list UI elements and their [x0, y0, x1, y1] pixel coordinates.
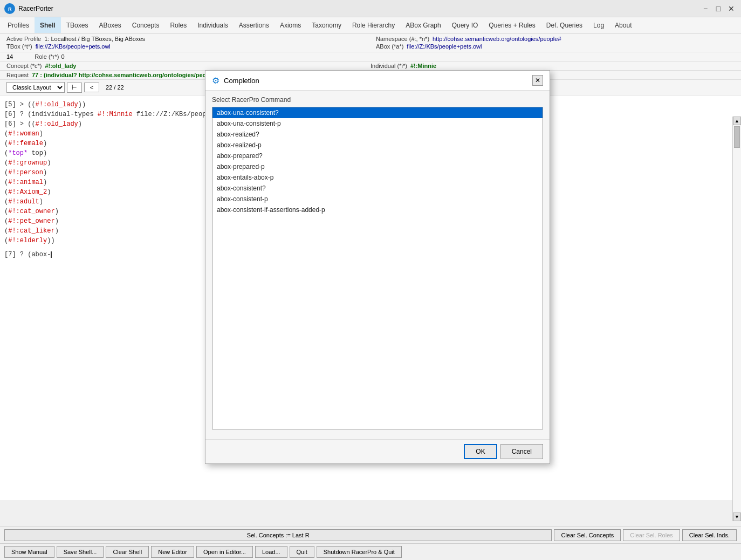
svg-text:R: R [8, 6, 12, 12]
menu-item-queries-rules[interactable]: Queries + Rules [483, 17, 540, 33]
command-item-1[interactable]: abox-una-consistent-p [212, 118, 543, 129]
abox-row: ABox (*a*) file://Z:/KBs/people+pets.owl [376, 43, 735, 50]
nav-prev-button[interactable]: < [84, 83, 99, 92]
menu-item-role-hierarchy[interactable]: Role Hierarchy [347, 17, 400, 33]
menu-item-tboxes[interactable]: TBoxes [61, 17, 94, 33]
command-item-7[interactable]: abox-consistent? [212, 183, 543, 194]
menu-item-taxonomy[interactable]: Taxonomy [306, 17, 347, 33]
show-manual-button[interactable]: Show Manual [4, 546, 54, 558]
load-button[interactable]: Load... [255, 546, 287, 558]
command-list[interactable]: abox-una-consistent?abox-una-consistent-… [212, 107, 543, 429]
app-title: RacerPorter [18, 5, 700, 12]
abox-label: ABox (*a*) [376, 43, 403, 50]
namespace-row: Namespace (#:, *n*) http://cohse.semanti… [376, 36, 735, 42]
individual-item: Individual (*i*) #!:Minnie [370, 63, 735, 69]
sel-concepts-last-button[interactable]: Sel. Concepts := Last R [4, 529, 552, 541]
scroll-thumb[interactable] [734, 126, 740, 148]
role-label: Role (*r*) [35, 53, 59, 60]
info-bar: Active Profile 1: Localhost / Big TBoxes… [0, 33, 741, 52]
open-in-editor-button[interactable]: Open in Editor... [196, 546, 253, 558]
maximize-button[interactable]: □ [713, 3, 724, 14]
menu-item-query-io[interactable]: Query IO [447, 17, 484, 33]
scroll-up-arrow[interactable]: ▲ [733, 117, 741, 125]
concept-label: Concept (*c*) [6, 63, 42, 69]
dialog-body: Select RacerPro Command abox-una-consist… [205, 91, 550, 439]
clear-shell-button[interactable]: Clear Shell [106, 546, 149, 558]
dialog-ok-button[interactable]: OK [464, 444, 497, 459]
nav-count: 22 / 22 [101, 84, 128, 91]
individual-label: Individual (*i*) [370, 63, 407, 69]
minimize-button[interactable]: − [700, 3, 711, 14]
active-profile-value: 1: Localhost / Big TBoxes, Big ABoxes [44, 36, 145, 42]
dialog-title: Completion [224, 77, 259, 85]
menu-item-log[interactable]: Log [588, 17, 609, 33]
tbox-value: file://Z:/KBs/people+pets.owl [36, 43, 111, 50]
concept-item: Concept (*c*) #!:old_lady [6, 63, 370, 69]
command-item-5[interactable]: abox-prepared-p [212, 161, 543, 172]
command-item-0[interactable]: abox-una-consistent? [212, 107, 543, 118]
count1-item: 14 [6, 53, 13, 60]
clear-sel-concepts-button[interactable]: Clear Sel. Concepts [554, 529, 621, 541]
new-editor-button[interactable]: New Editor [151, 546, 194, 558]
clear-sel-roles-button[interactable]: Clear Sel. Roles [623, 529, 680, 541]
layout-select[interactable]: Classic Layout Modern Layout [6, 82, 65, 93]
dialog-prompt: Select RacerPro Command [212, 96, 543, 104]
dialog-title-bar: ⚙ Completion ✕ [205, 71, 550, 91]
right-scrollbar[interactable]: ▲ ▼ [732, 117, 741, 521]
title-bar: R RacerPorter − □ ✕ [0, 0, 741, 17]
menu-item-individuals[interactable]: Individuals [192, 17, 234, 33]
dialog-close-button[interactable]: ✕ [532, 75, 543, 86]
bottom-btn-row1: Sel. Concepts := Last R Clear Sel. Conce… [0, 527, 741, 543]
tbox-row: TBox (*t*) file://Z:/KBs/people+pets.owl [6, 43, 365, 50]
menu-item-assertions[interactable]: Assertions [234, 17, 275, 33]
scroll-down-arrow[interactable]: ▼ [733, 513, 741, 521]
menu-item-concepts[interactable]: Concepts [127, 17, 165, 33]
count1-value: 14 [6, 53, 13, 60]
menu-item-about[interactable]: About [609, 17, 637, 33]
command-item-6[interactable]: abox-entails-abox-p [212, 172, 543, 183]
command-item-3[interactable]: abox-realized-p [212, 140, 543, 151]
active-profile-label: Active Profile [6, 36, 41, 42]
app-icon: R [4, 3, 15, 14]
menu-item-abox-graph[interactable]: ABox Graph [400, 17, 446, 33]
individual-value: #!:Minnie [410, 63, 436, 69]
concept-bar: Concept (*c*) #!:old_lady Individual (*i… [0, 62, 741, 71]
command-item-2[interactable]: abox-realized? [212, 129, 543, 140]
request-label: Request [6, 72, 29, 78]
numbers-bar: 14 Role (*r*) 0 [0, 52, 741, 62]
close-button[interactable]: ✕ [726, 3, 737, 14]
role-value: 0 [61, 53, 64, 60]
tbox-label: TBox (*t*) [6, 43, 32, 50]
role-item: Role (*r*) 0 [35, 53, 64, 60]
dialog-cancel-button[interactable]: Cancel [500, 444, 543, 459]
menu-bar: ProfilesShellTBoxesABoxesConceptsRolesIn… [0, 17, 741, 33]
menu-item-profiles[interactable]: Profiles [2, 17, 35, 33]
nav-first-button[interactable]: ⊢ [67, 83, 82, 93]
save-shell-button[interactable]: Save Shell... [57, 546, 104, 558]
command-item-4[interactable]: abox-prepared? [212, 151, 543, 161]
abox-value: file://Z:/KBs/people+pets.owl [407, 43, 482, 50]
active-profile-row: Active Profile 1: Localhost / Big TBoxes… [6, 36, 365, 42]
bottom-panel: Sel. Concepts := Last R Clear Sel. Conce… [0, 527, 741, 560]
menu-item-aboxes[interactable]: ABoxes [93, 17, 126, 33]
scroll-track [733, 125, 741, 513]
namespace-value: http://cohse.semanticweb.org/ontologies/… [433, 36, 561, 42]
command-item-8[interactable]: abox-consistent-p [212, 194, 543, 204]
bottom-btn-row2: Show Manual Save Shell... Clear Shell Ne… [0, 543, 741, 560]
completion-dialog: ⚙ Completion ✕ Select RacerPro Command a… [205, 70, 550, 464]
concept-value: #!:old_lady [45, 63, 76, 69]
dialog-footer: OK Cancel [205, 439, 550, 463]
shutdown-button[interactable]: Shutdown RacerPro & Quit [317, 546, 402, 558]
quit-button[interactable]: Quit [290, 546, 314, 558]
window-controls: − □ ✕ [700, 3, 737, 14]
command-item-9[interactable]: abox-consistent-if-assertions-added-p [212, 204, 543, 215]
menu-item-def-queries[interactable]: Def. Queries [541, 17, 588, 33]
menu-item-roles[interactable]: Roles [164, 17, 192, 33]
clear-sel-inds-button[interactable]: Clear Sel. Inds. [682, 529, 737, 541]
menu-item-shell[interactable]: Shell [35, 17, 61, 33]
namespace-label: Namespace (#:, *n*) [376, 36, 429, 42]
menu-item-axioms[interactable]: Axioms [275, 17, 306, 33]
